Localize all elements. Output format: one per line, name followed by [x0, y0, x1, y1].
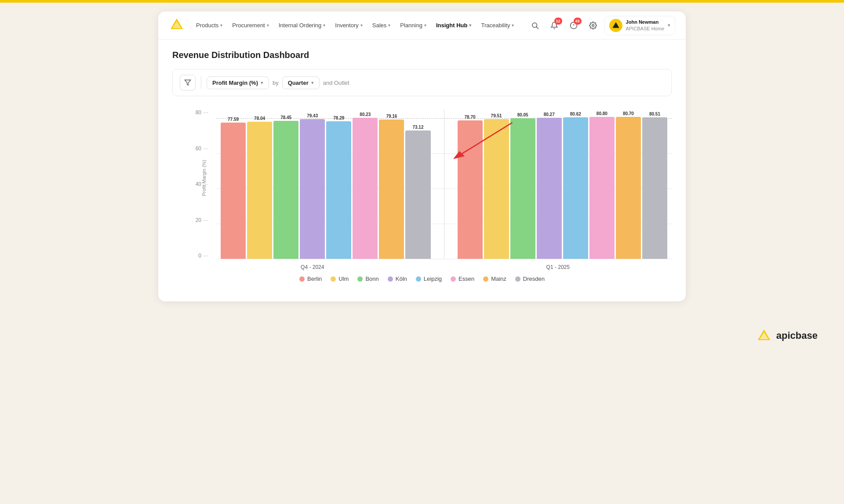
bar-value: 80.27: [544, 112, 555, 117]
bar-col-mainz: 79.16: [379, 114, 404, 259]
nav-item-chevron-icon: ▾: [323, 23, 325, 28]
bar-col-essen: 80.23: [353, 112, 378, 259]
legend-label: Bonn: [365, 276, 378, 282]
by-label: by: [273, 80, 279, 86]
bar-col-dresden: 73.12: [405, 125, 430, 259]
legend-dot: [515, 276, 520, 282]
legend-item-ulm: Ulm: [331, 276, 349, 282]
legend-item-mainz: Mainz: [483, 276, 506, 282]
nav-item-planning[interactable]: Planning▾: [396, 19, 431, 31]
bar-col-leipzig: 78.29: [326, 116, 351, 259]
bar-col-dresden: 80.51: [642, 112, 667, 259]
legend: BerlinUlmBonnKölnLeipzigEssenMainzDresde…: [172, 276, 672, 282]
legend-item-bonn: Bonn: [357, 276, 378, 282]
svg-marker-9: [185, 80, 190, 85]
bar-group-q1---2025: 78.7079.5180.0580.2780.6280.8080.7080.51: [458, 109, 668, 259]
bar-rect: [405, 131, 430, 259]
notifications-button[interactable]: 12: [546, 18, 562, 33]
bar-rect: [563, 117, 588, 259]
nav-item-traceability[interactable]: Traceability▾: [477, 19, 518, 31]
bar-value: 79.51: [491, 113, 502, 118]
period-dropdown[interactable]: Quarter ▾: [282, 76, 320, 89]
legend-dot: [451, 276, 456, 282]
svg-line-3: [536, 27, 538, 29]
y-axis-label: 80 —: [190, 109, 213, 116]
bar-col-köln: 79.43: [300, 113, 325, 259]
filter-bar: Profit Margin (%) ▾ by Quarter ▾ and Out…: [172, 69, 672, 96]
main-card: Products▾Procurement▾Internal Ordering▾I…: [158, 11, 686, 301]
group-separator: [444, 109, 444, 259]
legend-dot: [331, 276, 336, 282]
period-chevron-icon: ▾: [311, 80, 314, 86]
legend-label: Leipzig: [424, 276, 442, 282]
nav-right: 12 43: [527, 16, 675, 35]
bar-col-leipzig: 80.62: [563, 112, 588, 259]
bar-col-bonn: 78.45: [273, 115, 298, 259]
group-x-label: Q1 - 2025: [449, 261, 668, 270]
legend-label: Mainz: [491, 276, 506, 282]
legend-item-leipzig: Leipzig: [416, 276, 442, 282]
bar-value: 79.16: [386, 114, 397, 119]
nav-item-inventory[interactable]: Inventory▾: [331, 19, 367, 31]
nav-item-internal-ordering[interactable]: Internal Ordering▾: [274, 19, 330, 31]
user-name: John Newman: [626, 19, 664, 25]
bar-col-bonn: 80.05: [510, 112, 535, 259]
bar-rect: [510, 118, 535, 259]
bar-value: 80.70: [623, 111, 634, 116]
nav-item-procurement[interactable]: Procurement▾: [228, 19, 273, 31]
user-menu[interactable]: John Newman APICBASE Home ▾: [604, 16, 675, 35]
bar-value: 79.43: [307, 113, 318, 118]
bar-col-ulm: 79.51: [484, 113, 509, 259]
bar-value: 80.62: [570, 112, 581, 116]
metric-dropdown[interactable]: Profit Margin (%) ▾: [207, 76, 269, 89]
nav-item-chevron-icon: ▾: [469, 23, 471, 28]
bar-rect: [247, 122, 272, 259]
bottom-logo-area: apicbase: [0, 319, 844, 352]
bar-col-mainz: 80.70: [616, 111, 641, 259]
bar-value: 80.51: [649, 112, 660, 116]
bar-col-berlin: 78.70: [458, 115, 483, 259]
legend-dot: [483, 276, 488, 282]
notification-badge: 12: [554, 18, 562, 25]
settings-button[interactable]: [585, 18, 601, 33]
page-title: Revenue Distribution Dashboard: [172, 50, 672, 60]
logo[interactable]: [169, 17, 190, 34]
updates-badge: 43: [574, 18, 582, 25]
nav-item-chevron-icon: ▾: [388, 23, 390, 28]
legend-dot: [416, 276, 421, 282]
bar-col-essen: 80.80: [589, 111, 615, 259]
nav-item-chevron-icon: ▾: [220, 23, 222, 28]
legend-item-köln: Köln: [388, 276, 407, 282]
legend-dot: [299, 276, 305, 282]
nav-item-sales[interactable]: Sales▾: [368, 19, 395, 31]
bar-rect: [458, 120, 483, 259]
bar-value: 78.70: [465, 115, 476, 120]
metric-chevron-icon: ▾: [261, 80, 263, 86]
legend-label: Ulm: [338, 276, 349, 282]
filter-button[interactable]: [180, 75, 196, 91]
bar-value: 78.04: [254, 116, 265, 121]
search-button[interactable]: [527, 18, 543, 33]
group-x-label: Q4 - 2024: [203, 261, 422, 270]
svg-point-7: [592, 24, 594, 26]
user-chevron-icon: ▾: [668, 22, 670, 28]
bar-value: 80.80: [597, 111, 608, 116]
nav-item-products[interactable]: Products▾: [192, 19, 227, 31]
updates-button[interactable]: 43: [566, 18, 582, 33]
y-axis-label: 60 —: [190, 145, 213, 152]
y-axis-label: 0 —: [190, 253, 213, 259]
bar-value: 80.23: [360, 112, 371, 117]
bar-rect: [353, 118, 378, 259]
and-outlet-label: and Outlet: [323, 80, 349, 86]
legend-label: Köln: [396, 276, 407, 282]
bar-value: 78.29: [333, 116, 344, 120]
bar-rect: [537, 118, 562, 259]
nav-item-insight-hub[interactable]: Insight Hub▾: [432, 19, 476, 31]
bar-rect: [642, 117, 667, 259]
bar-col-köln: 80.27: [537, 112, 562, 259]
nav-item-chevron-icon: ▾: [267, 23, 269, 28]
nav-item-chevron-icon: ▾: [424, 23, 426, 28]
legend-label: Dresden: [523, 276, 545, 282]
metric-value: Profit Margin (%): [212, 80, 258, 86]
legend-item-dresden: Dresden: [515, 276, 545, 282]
